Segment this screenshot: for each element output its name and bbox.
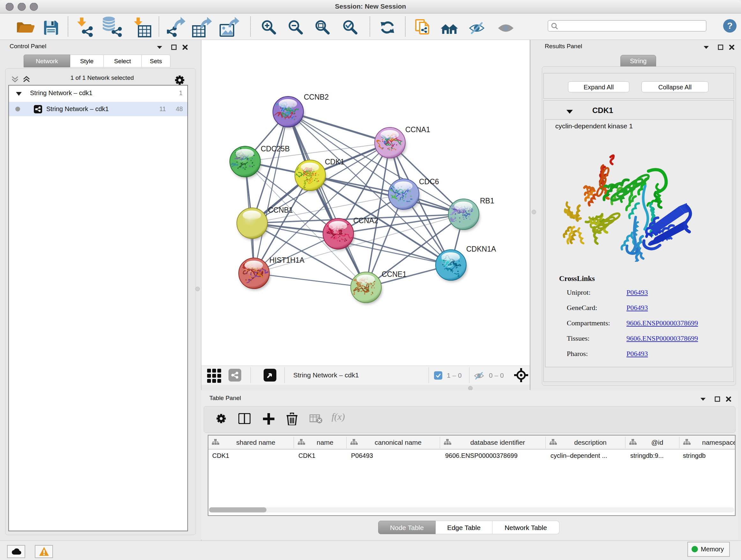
svg-text:CCNB2: CCNB2 [304, 93, 329, 101]
svg-text:CCNA2: CCNA2 [353, 216, 378, 225]
svg-text:CCNB1: CCNB1 [268, 206, 293, 214]
svg-text:CDKN1A: CDKN1A [466, 245, 496, 253]
svg-text:CDC25B: CDC25B [261, 145, 290, 153]
svg-text:CCNE1: CCNE1 [382, 270, 407, 278]
svg-text:RB1: RB1 [480, 197, 494, 205]
svg-text:HIST1H1A: HIST1H1A [269, 256, 305, 264]
svg-text:CCNA1: CCNA1 [405, 125, 430, 134]
svg-text:CDK1: CDK1 [325, 158, 344, 166]
svg-text:CDC6: CDC6 [419, 178, 439, 186]
